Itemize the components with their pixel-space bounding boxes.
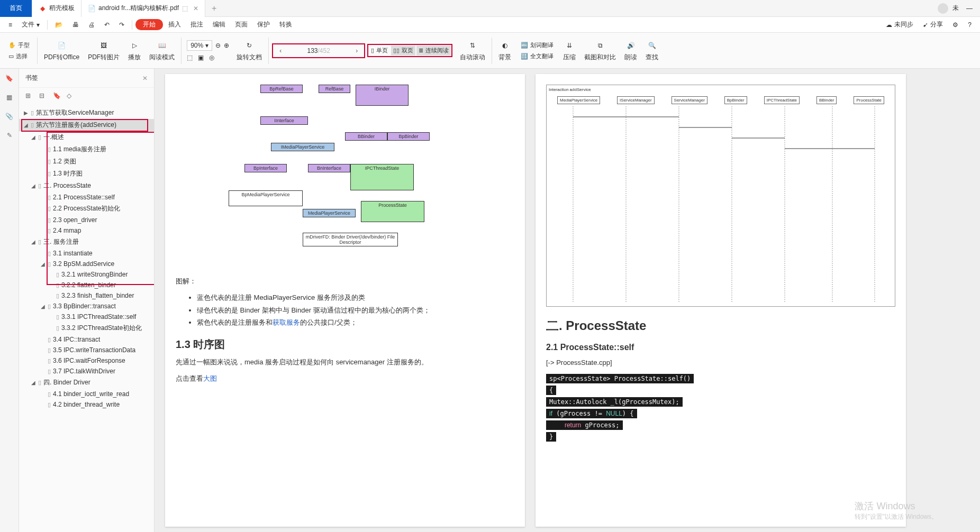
tree-item[interactable]: ▯1.1 media服务注册 bbox=[19, 143, 154, 155]
share-button[interactable]: ➹ 分享 bbox=[919, 18, 947, 31]
menu-start[interactable]: 开始 bbox=[135, 19, 163, 30]
code-line: Mutex::Autolock _l(gProcessMutex); bbox=[546, 397, 683, 407]
page-navigator: ‹ 133/452 › bbox=[272, 43, 365, 58]
tree-item[interactable]: ▯4.1 binder_ioctl_write_read bbox=[19, 389, 154, 399]
zoom-in-icon[interactable]: ⊕ bbox=[224, 42, 229, 49]
avatar[interactable] bbox=[938, 3, 948, 14]
tree-item[interactable]: ◢▯第六节注册服务(addService) bbox=[19, 119, 154, 131]
tree-item[interactable]: ▯3.2.2 flatten_binder bbox=[19, 280, 154, 290]
word-translate[interactable]: 🔤 划词翻译 bbox=[519, 40, 556, 50]
hand-tool[interactable]: ✋ 手型 bbox=[6, 40, 32, 50]
menu-page[interactable]: 页面 bbox=[231, 18, 252, 31]
tree-item[interactable]: ▯3.2.3 finish_flatten_binder bbox=[19, 290, 154, 301]
fit-width-icon[interactable]: ⬚ bbox=[187, 54, 193, 61]
compare[interactable]: ⧉截图和对比 bbox=[581, 39, 619, 62]
tab-templates[interactable]: ◆ 稻壳模板 bbox=[32, 0, 81, 17]
tree-item[interactable]: ▯3.3.2 IPCThreadState初始化 bbox=[19, 322, 154, 334]
expand-all-icon[interactable]: ⊞ bbox=[25, 92, 34, 100]
read-aloud[interactable]: 🔊朗读 bbox=[621, 39, 640, 62]
tab-close-icon[interactable]: ✕ bbox=[193, 5, 198, 12]
menu-protect[interactable]: 保护 bbox=[253, 18, 274, 31]
save-icon[interactable]: 🖨 bbox=[84, 19, 99, 31]
tree-item[interactable]: ▯3.1 instantiate bbox=[19, 248, 154, 259]
sync-status[interactable]: ☁ 未同步 bbox=[882, 18, 918, 31]
tab-pin-icon[interactable]: ⬚ bbox=[182, 5, 188, 12]
single-page[interactable]: ▯ 单页 bbox=[369, 45, 390, 56]
sidebar-close-icon[interactable]: ✕ bbox=[142, 75, 148, 82]
tree-item[interactable]: ▯3.2.1 writeStrongBinder bbox=[19, 269, 154, 280]
tree-item[interactable]: ▯1.3 时序图 bbox=[19, 168, 154, 180]
tree-item[interactable]: ▯4.2 binder_thread_write bbox=[19, 399, 154, 410]
notes-panel-icon[interactable]: ✎ bbox=[4, 130, 15, 141]
menu-insert[interactable]: 插入 bbox=[164, 18, 185, 31]
tab-home[interactable]: 首页 bbox=[0, 0, 32, 17]
tab-document[interactable]: 📄 android fr...精编内核解析.pdf ⬚ ✕ bbox=[81, 0, 205, 17]
code-line: if (gProcess != NULL) { bbox=[546, 409, 637, 418]
autoscroll[interactable]: ⇅自动滚动 bbox=[457, 39, 488, 62]
tree-item[interactable]: ▶▯第五节获取ServiceManager bbox=[19, 107, 154, 119]
tree-item[interactable]: ◢▯三. 服务注册 bbox=[19, 236, 154, 248]
select-tool[interactable]: ▭ 选择 bbox=[6, 51, 30, 61]
window-minimize-icon[interactable]: — bbox=[963, 5, 976, 12]
continuous-read[interactable]: ≣ 连续阅读 bbox=[416, 45, 451, 56]
redo-icon[interactable]: ↷ bbox=[115, 19, 129, 31]
compress[interactable]: ⇊压缩 bbox=[560, 39, 579, 62]
tree-item[interactable]: ◢▯3.3 BpBinder::transact bbox=[19, 301, 154, 311]
page-input[interactable]: 133/452 bbox=[287, 47, 350, 54]
tree-item[interactable]: ▯3.3.1 IPCThreadState::self bbox=[19, 311, 154, 322]
print-icon[interactable]: 🖶 bbox=[68, 19, 83, 31]
rotate-button[interactable]: ↻旋转文档 bbox=[233, 39, 265, 62]
tree-item[interactable]: ▯2.3 open_driver bbox=[19, 215, 154, 225]
tree-item[interactable]: ▯3.4 IPC::transact bbox=[19, 334, 154, 345]
read-mode[interactable]: 📖阅读模式 bbox=[146, 39, 178, 62]
heading-seq: 1.3 时序图 bbox=[176, 337, 514, 352]
hamburger-icon[interactable]: ≡ bbox=[4, 19, 16, 31]
background[interactable]: ◐背景 bbox=[495, 39, 514, 62]
undo-icon[interactable]: ↶ bbox=[100, 19, 114, 31]
tree-item[interactable]: ▯3.5 IPC.writeTransactionData bbox=[19, 345, 154, 355]
zoom-select[interactable]: 90% ▾ bbox=[187, 40, 212, 51]
tree-item[interactable]: ◢▯二. ProcessState bbox=[19, 180, 154, 192]
play-button[interactable]: ▷播放 bbox=[125, 39, 144, 62]
full-translate[interactable]: 🔠 全文翻译 bbox=[519, 51, 556, 61]
legend-title: 图解： bbox=[176, 275, 514, 287]
menu-review[interactable]: 批注 bbox=[186, 18, 207, 31]
big-image-link[interactable]: 大图 bbox=[203, 374, 217, 382]
settings-icon[interactable]: ⚙ bbox=[948, 19, 963, 31]
pdf-to-img[interactable]: 🖼PDF转图片 bbox=[85, 39, 123, 62]
tree-item[interactable]: ▯2.2 ProcessState初始化 bbox=[19, 203, 154, 215]
tree-item[interactable]: ▯3.6 IPC.waitForResponse bbox=[19, 355, 154, 366]
thumbnail-panel-icon[interactable]: ▦ bbox=[4, 92, 15, 103]
tree-item[interactable]: ◢▯3.2 BpSM.addService bbox=[19, 259, 154, 269]
tree-item[interactable]: ◢▯四. Binder Driver bbox=[19, 377, 154, 389]
fit-page-icon[interactable]: ▣ bbox=[198, 54, 204, 61]
open-icon[interactable]: 📂 bbox=[51, 19, 67, 31]
legend-item: 紫色代表的是注册服务和获取服务的公共接口/父类； bbox=[197, 316, 514, 328]
user-name: 未 bbox=[952, 4, 959, 13]
tab-add-button[interactable]: + bbox=[205, 4, 223, 13]
tree-item[interactable]: ▯1.2 类图 bbox=[19, 155, 154, 168]
bookmark-add-icon[interactable]: 🔖 bbox=[53, 92, 61, 100]
page-next-icon[interactable]: › bbox=[350, 47, 363, 54]
actual-size-icon[interactable]: ◎ bbox=[209, 54, 214, 61]
menu-convert[interactable]: 转换 bbox=[275, 18, 296, 31]
bookmark-panel-icon[interactable]: 🔖 bbox=[4, 73, 15, 84]
menu-file[interactable]: 文件 ▾ bbox=[17, 18, 44, 31]
zoom-out-icon[interactable]: ⊖ bbox=[215, 42, 221, 49]
collapse-all-icon[interactable]: ⊟ bbox=[39, 92, 48, 100]
menu-edit[interactable]: 编辑 bbox=[208, 18, 230, 31]
pdf-to-office[interactable]: 📄PDF转Office bbox=[41, 39, 83, 62]
uml-diagram: BpRefBase IBinder RefBase IInterface IMe… bbox=[176, 85, 514, 264]
help-icon[interactable]: ? bbox=[964, 19, 976, 31]
legend-item: 蓝色代表的是注册 MediaPlayerService 服务所涉及的类 bbox=[197, 291, 514, 304]
double-page[interactable]: ▯▯ 双页 bbox=[391, 45, 415, 56]
tree-item[interactable]: ▯3.7 IPC.talkWithDriver bbox=[19, 366, 154, 377]
tree-item[interactable]: ◢▯一.概述 bbox=[19, 131, 154, 143]
page-prev-icon[interactable]: ‹ bbox=[274, 47, 287, 54]
bookmark-outline-icon[interactable]: ◇ bbox=[67, 92, 75, 100]
attachment-panel-icon[interactable]: 📎 bbox=[4, 111, 15, 122]
find[interactable]: 🔍查找 bbox=[642, 39, 661, 62]
tree-item[interactable]: ▯2.1 ProcessState::self bbox=[19, 192, 154, 203]
tree-item[interactable]: ▯2.4 mmap bbox=[19, 225, 154, 236]
get-service-link[interactable]: 获取服务 bbox=[273, 318, 300, 326]
